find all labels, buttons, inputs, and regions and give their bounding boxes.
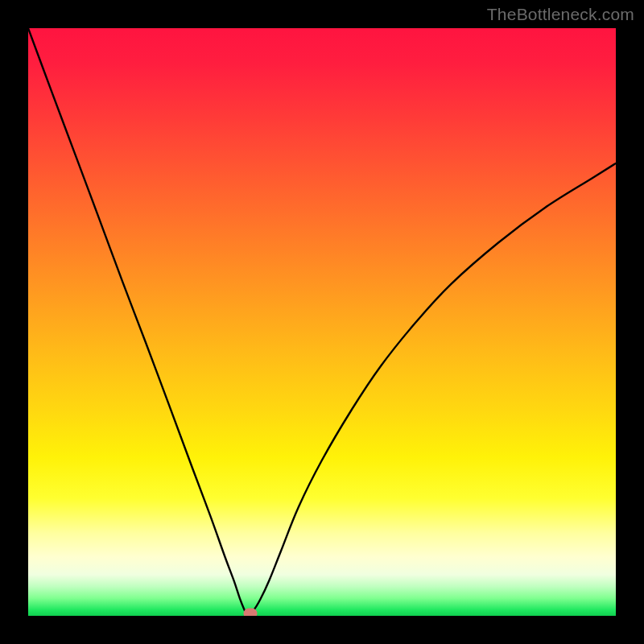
optimal-point-marker <box>243 609 257 616</box>
plot-area <box>28 28 616 616</box>
watermark-text: TheBottleneck.com <box>487 5 634 24</box>
bottleneck-curve <box>28 28 616 616</box>
chart-frame: TheBottleneck.com <box>0 0 644 644</box>
